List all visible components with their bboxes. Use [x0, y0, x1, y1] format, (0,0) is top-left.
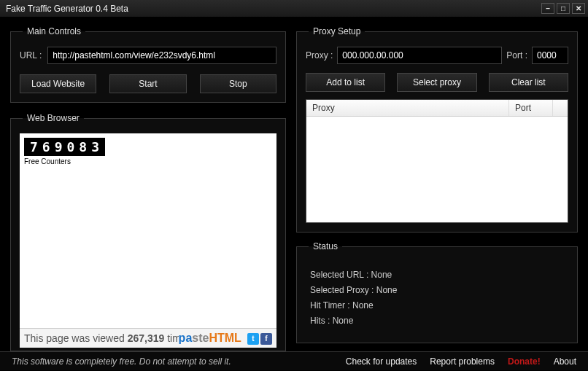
status-selected-proxy: Selected Proxy : None — [310, 285, 564, 295]
status-legend: Status — [309, 241, 342, 251]
status-selected-url: Selected URL : None — [310, 270, 564, 280]
browser-footer: This page was viewed 267,319 tim pasteHT… — [20, 328, 276, 348]
port-label: Port : — [506, 50, 527, 60]
view-count-text: This page was viewed 267,319 tim — [24, 332, 179, 344]
title-bar: Fake Traffic Generator 0.4 Beta – □ ✕ — [0, 0, 588, 17]
footer-note: This software is completely free. Do not… — [12, 356, 346, 367]
url-input[interactable] — [47, 47, 276, 64]
port-column-header[interactable]: Port — [509, 100, 553, 116]
spacer-column — [553, 100, 568, 116]
proxy-column-header[interactable]: Proxy — [306, 100, 509, 116]
report-problems-link[interactable]: Report problems — [430, 356, 495, 367]
proxy-setup-panel: Proxy Setup Proxy : Port : Add to list S… — [296, 26, 578, 233]
page-counter: 769083 — [24, 138, 105, 156]
counter-caption: Free Counters — [24, 157, 71, 165]
web-browser-viewport[interactable]: 769083 Free Counters This page was viewe… — [20, 133, 276, 348]
facebook-icon: f — [260, 333, 272, 345]
window-title: Fake Traffic Generator 0.4 Beta — [3, 4, 541, 14]
maximize-button[interactable]: □ — [557, 3, 570, 14]
twitter-icon: t — [247, 333, 259, 345]
status-panel: Status Selected URL : None Selected Prox… — [296, 241, 578, 343]
close-button[interactable]: ✕ — [572, 3, 585, 14]
port-input[interactable] — [532, 47, 568, 64]
clear-list-button[interactable]: Clear list — [489, 73, 568, 92]
web-browser-panel: Web Browser 769083 Free Counters This pa… — [10, 113, 286, 351]
pastehtml-logo: pasteHTML t f — [179, 332, 272, 345]
add-to-list-button[interactable]: Add to list — [306, 73, 385, 92]
main-controls-legend: Main Controls — [23, 26, 85, 36]
minimize-button[interactable]: – — [541, 3, 554, 14]
proxy-input[interactable] — [337, 47, 502, 64]
donate-link[interactable]: Donate! — [508, 356, 541, 367]
status-hit-timer: Hit Timer : None — [310, 300, 564, 311]
check-updates-link[interactable]: Check for updates — [346, 356, 417, 367]
web-browser-legend: Web Browser — [23, 113, 84, 123]
start-button[interactable]: Start — [109, 74, 186, 93]
url-label: URL : — [20, 50, 42, 60]
proxy-label: Proxy : — [306, 50, 333, 60]
proxy-table[interactable]: Proxy Port — [306, 99, 568, 223]
footer-bar: This software is completely free. Do not… — [0, 351, 588, 370]
select-proxy-button[interactable]: Select proxy — [397, 73, 476, 92]
proxy-setup-legend: Proxy Setup — [309, 26, 365, 36]
stop-button[interactable]: Stop — [200, 74, 276, 93]
about-link[interactable]: About — [554, 356, 576, 367]
load-website-button[interactable]: Load Website — [20, 74, 96, 93]
main-controls-panel: Main Controls URL : Load Website Start S… — [10, 26, 286, 103]
status-hits: Hits : None — [310, 316, 564, 326]
